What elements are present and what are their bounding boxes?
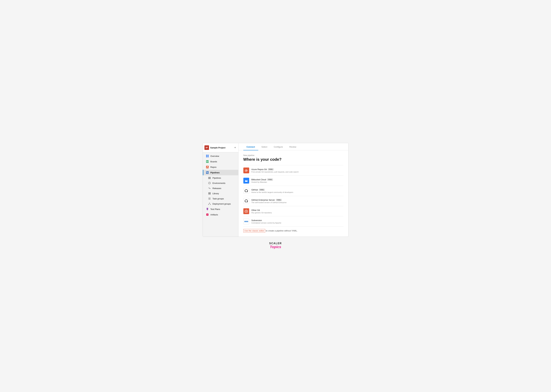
- source-name-other-git: Other Git: [251, 209, 272, 211]
- sidebar-subitem-releases[interactable]: Releases: [203, 186, 238, 191]
- sidebar-item-label-pipelines-group: Pipelines: [210, 171, 220, 174]
- sidebar-subitem-label-environments: Environments: [213, 182, 225, 184]
- page-title: Where is your code?: [243, 157, 343, 162]
- sidebar-item-label-artifacts: Artifacts: [210, 213, 218, 216]
- source-item-github[interactable]: GitHub YAML Home to the world's largest …: [243, 186, 343, 196]
- sidebar-item-label-repos: Repos: [210, 166, 217, 168]
- sidebar-item-label-overview: Overview: [210, 155, 219, 157]
- wizard-step-configure[interactable]: Configure: [271, 143, 286, 150]
- svg-point-13: [208, 182, 211, 184]
- svg-rect-5: [206, 161, 207, 162]
- svg-point-22: [208, 204, 209, 205]
- svg-point-29: [246, 211, 247, 212]
- subversion-icon: [243, 218, 249, 224]
- azure-repos-icon: [243, 168, 249, 173]
- sidebar-subitem-deployment-groups[interactable]: Deployment groups: [203, 201, 238, 206]
- sidebar-item-label-test-plans: Test Plans: [210, 208, 220, 210]
- github-icon: [243, 188, 249, 194]
- yaml-badge-azure: YAML: [268, 168, 274, 170]
- sidebar-subitem-task-groups[interactable]: Task groups: [203, 196, 238, 201]
- sidebar-header: SP Sample Project +: [203, 143, 238, 152]
- svg-rect-12: [208, 178, 211, 179]
- scaler-topics: Topics: [269, 245, 282, 249]
- svg-rect-7: [208, 161, 208, 162]
- svg-rect-3: [208, 156, 209, 157]
- svg-point-21: [209, 203, 210, 203]
- yaml-badge-github: YAML: [259, 189, 265, 191]
- source-item-github-enterprise[interactable]: GitHub Enterprise Server YAML The self-h…: [243, 196, 343, 206]
- sidebar-item-test-plans[interactable]: Test Plans: [203, 206, 238, 212]
- task-groups-icon: [208, 197, 211, 200]
- svg-rect-2: [206, 156, 207, 157]
- sidebar-item-pipelines-group[interactable]: Pipelines: [203, 170, 238, 175]
- pipelines-group-icon: [206, 171, 209, 174]
- main-body: New pipeline Where is your code? Azure R…: [238, 150, 348, 237]
- classic-editor-suffix: to create a pipeline without YAML.: [265, 230, 298, 232]
- sidebar-item-boards[interactable]: Boards: [203, 159, 238, 164]
- sidebar-subitem-library[interactable]: Library: [203, 191, 238, 196]
- source-desc-bitbucket: Hosted by Atlassian: [251, 181, 273, 183]
- main-content: Connect Select Configure Review New pipe…: [238, 143, 348, 237]
- sidebar-item-artifacts[interactable]: Artifacts: [203, 212, 238, 217]
- svg-rect-30: [244, 221, 248, 221]
- source-item-other-git[interactable]: Other Git Any generic Git repository: [243, 206, 343, 216]
- project-logo: SP: [204, 145, 209, 150]
- svg-point-14: [209, 188, 210, 189]
- svg-point-23: [210, 204, 211, 205]
- test-plans-icon: [206, 208, 209, 210]
- add-project-button[interactable]: +: [234, 146, 236, 149]
- source-desc-github: Home to the world's largest community of…: [251, 191, 293, 193]
- source-text-subversion: Subversion Centralized version control b…: [251, 219, 281, 224]
- source-desc-github-enterprise: The self-hosted version of GitHub Enterp…: [251, 202, 286, 203]
- svg-rect-19: [208, 198, 211, 199]
- scaler-brand: SCALER: [269, 242, 282, 245]
- app-container: SP Sample Project + Overview: [203, 143, 349, 237]
- wizard-step-review[interactable]: Review: [286, 143, 300, 150]
- project-name: Sample Project: [210, 147, 226, 149]
- source-name-azure: Azure Repos Git YAML: [251, 168, 299, 171]
- deployment-groups-icon: [208, 202, 211, 205]
- svg-rect-1: [208, 155, 209, 156]
- sidebar-item-repos[interactable]: Repos: [203, 164, 238, 170]
- svg-point-27: [246, 170, 247, 171]
- environments-icon: [208, 182, 211, 184]
- boards-icon: [206, 160, 209, 163]
- source-name-github-enterprise: GitHub Enterprise Server YAML: [251, 199, 286, 201]
- svg-rect-10: [208, 177, 211, 177]
- source-text-github: GitHub YAML Home to the world's largest …: [251, 189, 293, 193]
- new-pipeline-label: New pipeline: [243, 154, 343, 156]
- source-desc-other-git: Any generic Git repository: [251, 212, 272, 214]
- source-item-azure-repos-git[interactable]: Azure Repos Git YAML Free private Git re…: [243, 165, 343, 176]
- wizard-header: Connect Select Configure Review: [238, 143, 348, 150]
- source-item-bitbucket[interactable]: Bitbucket Cloud YAML Hosted by Atlassian: [243, 176, 343, 186]
- svg-rect-20: [208, 199, 211, 199]
- sidebar: SP Sample Project + Overview: [203, 143, 238, 237]
- source-text-azure: Azure Repos Git YAML Free private Git re…: [251, 168, 299, 173]
- wizard-step-connect[interactable]: Connect: [243, 143, 258, 150]
- sidebar-item-overview[interactable]: Overview: [203, 153, 238, 159]
- svg-line-25: [209, 203, 210, 204]
- sidebar-item-label-boards: Boards: [210, 160, 217, 163]
- svg-rect-0: [206, 155, 207, 156]
- source-list: Azure Repos Git YAML Free private Git re…: [243, 165, 343, 227]
- yaml-badge-bitbucket: YAML: [267, 179, 273, 181]
- source-name-github: GitHub YAML: [251, 189, 293, 191]
- other-git-icon: [243, 208, 249, 214]
- sidebar-subitem-label-task-groups: Task groups: [213, 197, 224, 200]
- source-desc-azure: Free private Git repositories, pull requ…: [251, 171, 299, 173]
- wizard-step-select[interactable]: Select: [258, 143, 271, 150]
- svg-rect-16: [209, 192, 209, 195]
- sidebar-subitem-pipelines[interactable]: Pipelines: [203, 175, 238, 181]
- sidebar-nav: Overview Boards: [203, 152, 238, 218]
- classic-editor-link[interactable]: Use the classic editor: [243, 229, 265, 232]
- svg-rect-11: [208, 178, 211, 178]
- classic-editor-row: Use the classic editor to create a pipel…: [243, 227, 343, 232]
- artifacts-icon: [206, 213, 209, 216]
- sidebar-subitem-environments[interactable]: Environments: [203, 181, 238, 186]
- source-desc-subversion: Centralized version control by Apache: [251, 222, 281, 224]
- sidebar-subitem-label-library: Library: [213, 192, 219, 195]
- svg-line-24: [208, 203, 209, 204]
- source-item-subversion[interactable]: Subversion Centralized version control b…: [243, 216, 343, 227]
- sidebar-subitem-label-pipelines: Pipelines: [213, 177, 221, 179]
- svg-rect-15: [208, 192, 209, 195]
